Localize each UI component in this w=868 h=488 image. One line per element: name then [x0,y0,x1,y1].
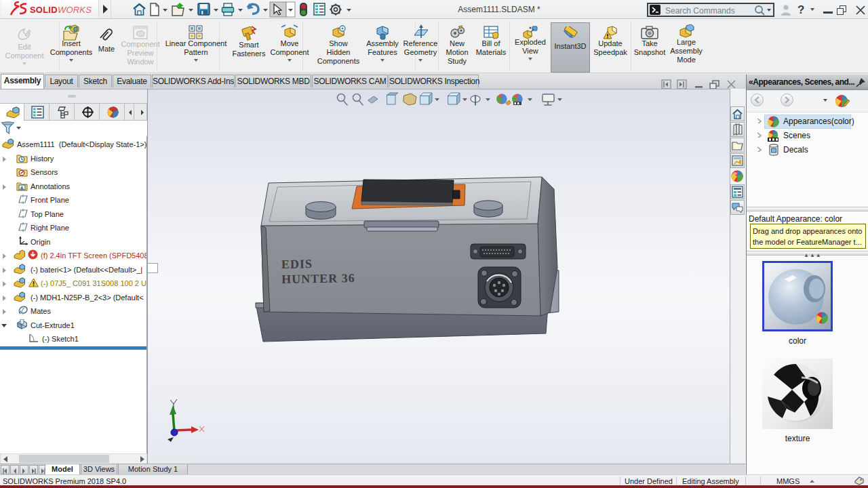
svg-text:A: A [20,185,24,191]
svg-text:HUNTER 36: HUNTER 36 [281,271,355,286]
svg-text:WORKS: WORKS [58,5,92,15]
svg-text:EDIS: EDIS [281,257,313,271]
svg-text:SOLID: SOLID [30,5,58,15]
